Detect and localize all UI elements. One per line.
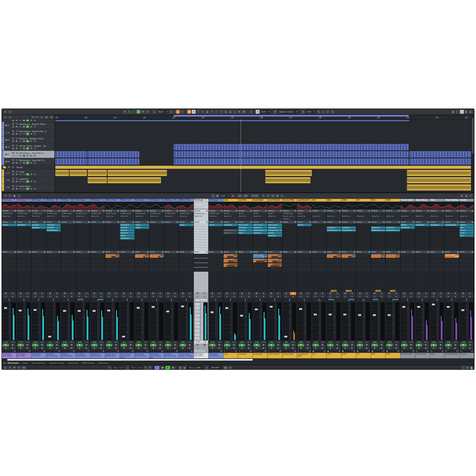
send-slot[interactable] (444, 268, 459, 272)
listen-button[interactable]: L (254, 295, 260, 298)
insert-slot[interactable] (164, 240, 179, 242)
sends-rack-header[interactable]: Sends (444, 251, 459, 254)
send-slot[interactable] (341, 268, 356, 272)
output-routing[interactable]: Stereo Out (90, 215, 105, 218)
peak-value[interactable]: -oo (127, 341, 134, 343)
track-solo-button[interactable]: S (16, 185, 18, 187)
insert-slot[interactable]: Distortion (32, 224, 46, 226)
write-button[interactable]: W (187, 344, 193, 346)
send-slot[interactable] (400, 258, 415, 263)
midi-channel-routing[interactable]: Channel 1 (282, 218, 297, 220)
input-routing[interactable] (386, 212, 400, 215)
solo-button[interactable]: S (319, 292, 326, 295)
sends-rack-header[interactable]: Sends (386, 251, 400, 254)
output-routing[interactable]: Vocoder: Ins. 3... (282, 215, 297, 218)
insert-slot[interactable] (120, 245, 135, 248)
mixer-horizontal-scrollbar[interactable] (2, 358, 474, 361)
insert-slot[interactable] (430, 242, 444, 245)
write-button[interactable]: W (54, 344, 60, 346)
audio-event[interactable] (87, 177, 107, 183)
insert-slot[interactable] (194, 234, 208, 237)
fader-cap[interactable] (461, 309, 465, 311)
insert-slot[interactable] (297, 248, 312, 250)
channel-eq-curve[interactable] (400, 202, 415, 209)
channel-tab[interactable]: 3rdL (371, 199, 386, 202)
insert-slot[interactable] (76, 245, 90, 248)
meter-timer-icon[interactable]: ⌛ (275, 194, 279, 198)
fader-cap[interactable] (343, 314, 346, 316)
record-enable-button[interactable] (209, 347, 216, 350)
routing-rack-header[interactable]: Routing (312, 209, 326, 212)
channel-name-label[interactable]: 3rd (356, 353, 371, 358)
track-monitor-button[interactable] (15, 155, 18, 157)
insert-slot[interactable]: PingPongDelay (46, 229, 61, 232)
mute-button[interactable]: M (386, 292, 393, 295)
insert-slot[interactable] (46, 234, 61, 237)
mute-button[interactable]: M (62, 292, 68, 295)
insert-slot[interactable] (297, 234, 312, 237)
solo-button[interactable]: S (334, 292, 340, 295)
track-row[interactable]: 21MSRetrologue - Electric PianoeRW☰ (2, 122, 54, 129)
solo-button[interactable]: S (467, 292, 473, 295)
send-slot[interactable] (430, 258, 444, 263)
insert-slot[interactable] (356, 240, 371, 242)
send-slot[interactable] (297, 263, 312, 267)
fader[interactable] (17, 302, 23, 340)
mute-button[interactable]: M (372, 292, 378, 295)
insert-slot[interactable] (135, 232, 150, 234)
track-edit-button[interactable]: e (19, 126, 22, 128)
volume-value[interactable]: -19.2 (238, 341, 245, 343)
channel-tab[interactable]: Delay (430, 199, 444, 202)
peak-value[interactable]: -19.3 (437, 341, 444, 343)
fader[interactable] (386, 302, 392, 340)
solo-button[interactable]: S (423, 292, 429, 295)
insert-slot[interactable] (268, 240, 282, 242)
send-slot[interactable] (208, 254, 223, 258)
insert-slot[interactable]: Frequency (253, 232, 268, 234)
midi-part[interactable] (87, 158, 139, 165)
midi-channel-routing[interactable] (341, 218, 356, 220)
insert-slot[interactable]: Chorus (2, 224, 17, 226)
absolute-link-button[interactable]: Abs (243, 194, 248, 198)
insert-slot[interactable] (268, 242, 282, 245)
listen-button[interactable]: L (91, 295, 98, 298)
autoscroll-options-icon[interactable]: ▼ (181, 110, 184, 114)
track-solo-button[interactable]: S (16, 130, 18, 133)
track-edit-button[interactable]: e (19, 173, 22, 176)
write-button[interactable]: W (216, 344, 222, 346)
insert-slot[interactable] (2, 237, 17, 239)
routing-rack-header[interactable]: Routing (2, 209, 17, 212)
volume-value[interactable]: -7.79 (17, 341, 24, 343)
inserts-rack-header[interactable]: Inserts (356, 221, 371, 223)
send-slot[interactable] (32, 268, 46, 272)
send-slot[interactable] (341, 263, 356, 267)
insert-slot[interactable] (135, 234, 150, 237)
insert-slot[interactable] (326, 232, 341, 234)
fader[interactable] (357, 302, 362, 340)
volume-value[interactable]: Off (283, 341, 289, 343)
send-slot[interactable] (415, 263, 430, 267)
grid-type-select[interactable]: Adapt to Zoom▼ (278, 110, 298, 114)
insert-slot[interactable] (297, 242, 312, 245)
insert-slot[interactable] (459, 237, 474, 239)
send-slot[interactable] (17, 254, 32, 258)
insert-slot[interactable] (356, 237, 371, 239)
write-button[interactable]: W (39, 344, 45, 346)
insert-slot[interactable] (150, 240, 164, 242)
insert-slot[interactable] (120, 242, 135, 245)
send-slot[interactable] (135, 268, 150, 272)
insert-slot[interactable] (386, 240, 400, 242)
routing-rack-header[interactable]: Routing (297, 209, 312, 212)
write-button[interactable]: W (201, 344, 208, 346)
insert-slot[interactable] (2, 229, 17, 232)
search-track-icon[interactable] (50, 116, 53, 119)
fader[interactable] (283, 302, 289, 340)
input-routing[interactable]: All MIDI Inputs (2, 212, 17, 215)
track-write-button[interactable]: W (30, 147, 33, 150)
latency-icon[interactable]: ⌙ (461, 366, 465, 370)
input-routing[interactable]: No Bus (297, 212, 312, 215)
peak-value[interactable]: -4.5 (187, 341, 193, 343)
punch-options-icon[interactable]: ▼ (148, 366, 152, 370)
send-slot[interactable] (238, 254, 253, 258)
track-row[interactable]: 23MSPadshop - Breathy ChoireRW☰ (2, 136, 54, 144)
